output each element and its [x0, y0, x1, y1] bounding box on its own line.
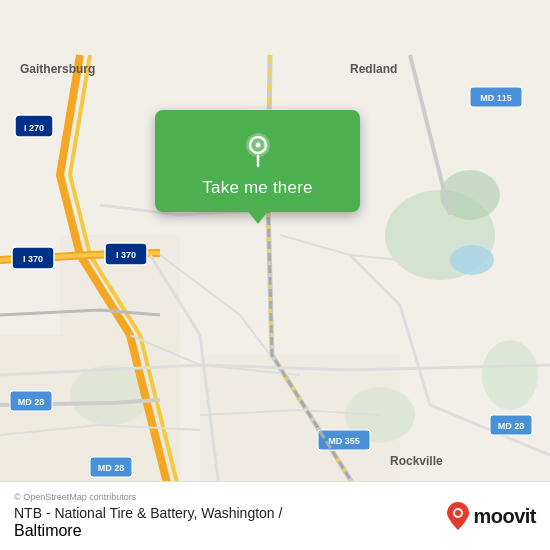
map-container[interactable]: I 270 MD 355 I 370 I 370 MD 115 MD	[0, 0, 550, 550]
bottom-info: © OpenStreetMap contributors NTB - Natio…	[14, 492, 282, 540]
bottom-bar: © OpenStreetMap contributors NTB - Natio…	[0, 481, 550, 550]
location-name: NTB - National Tire & Battery, Washingto…	[14, 505, 282, 521]
svg-text:I 370: I 370	[23, 254, 43, 264]
svg-text:I 370: I 370	[116, 250, 136, 260]
svg-text:MD 28: MD 28	[98, 463, 125, 473]
svg-text:MD 28: MD 28	[18, 397, 45, 407]
svg-text:MD 115: MD 115	[480, 93, 512, 103]
svg-text:MD 355: MD 355	[328, 436, 360, 446]
moovit-pin-icon	[447, 502, 469, 530]
location-name-container: NTB - National Tire & Battery, Washingto…	[14, 504, 282, 540]
popup-card[interactable]: Take me there	[155, 110, 360, 212]
svg-point-5	[450, 245, 494, 275]
svg-text:Redland: Redland	[350, 62, 397, 76]
moovit-text: moovit	[473, 505, 536, 528]
svg-text:Rockville: Rockville	[390, 454, 443, 468]
attribution: © OpenStreetMap contributors	[14, 492, 282, 502]
map-svg: I 270 MD 355 I 370 I 370 MD 115 MD	[0, 0, 550, 550]
svg-point-4	[482, 340, 538, 410]
svg-point-32	[255, 143, 260, 148]
location-pin-icon	[238, 128, 278, 168]
moovit-logo: moovit	[447, 502, 536, 530]
svg-text:I 270: I 270	[24, 123, 44, 133]
svg-text:Gaithersburg: Gaithersburg	[20, 62, 95, 76]
location-name2: Baltimore	[14, 522, 82, 539]
svg-rect-7	[200, 355, 400, 495]
take-me-there-button[interactable]: Take me there	[202, 178, 312, 198]
svg-point-34	[455, 510, 461, 516]
svg-text:MD 28: MD 28	[498, 421, 525, 431]
